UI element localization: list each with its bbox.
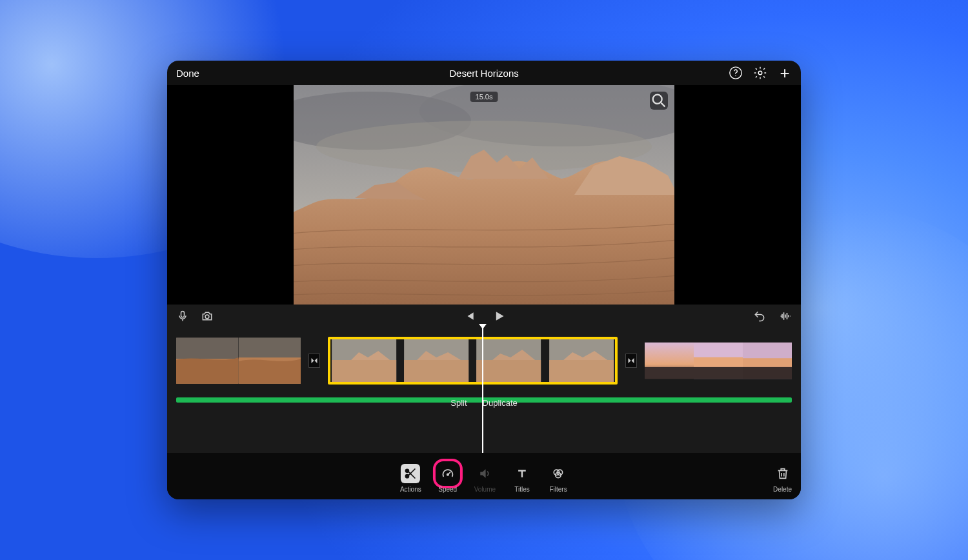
- project-title: Desert Horizons: [449, 68, 519, 79]
- svg-rect-28: [743, 358, 792, 367]
- titles-label: Titles: [514, 486, 530, 493]
- done-button[interactable]: Done: [176, 68, 199, 79]
- header-bar: Done Desert Horizons +: [167, 61, 801, 85]
- svg-point-1: [735, 75, 736, 76]
- camera-icon[interactable]: [201, 310, 214, 323]
- magnifier-icon[interactable]: [650, 92, 668, 110]
- actions-label: Actions: [400, 486, 421, 493]
- text-icon: [512, 464, 532, 483]
- svg-point-32: [447, 474, 449, 475]
- titles-tool[interactable]: Titles: [512, 464, 532, 493]
- waveform-icon[interactable]: [779, 310, 792, 323]
- speed-tool[interactable]: Speed: [438, 464, 458, 493]
- svg-rect-29: [743, 367, 792, 379]
- gear-icon[interactable]: [753, 66, 767, 80]
- trash-icon: [776, 466, 790, 483]
- delete-tool[interactable]: Delete: [773, 466, 792, 493]
- transport-bar: [167, 305, 801, 328]
- delete-label: Delete: [773, 486, 792, 493]
- play-icon[interactable]: [492, 310, 505, 323]
- volume-label: Volume: [474, 486, 496, 493]
- timeline[interactable]: Split Duplicate: [167, 328, 801, 453]
- split-button[interactable]: Split: [450, 398, 467, 408]
- filters-label: Filters: [549, 486, 567, 493]
- skip-back-icon[interactable]: [463, 310, 476, 323]
- clip-actions-menu: Split Duplicate: [450, 398, 518, 408]
- microphone-icon[interactable]: [176, 310, 189, 323]
- undo-icon[interactable]: [753, 310, 766, 323]
- timeline-clip-3[interactable]: [645, 337, 792, 385]
- svg-rect-26: [694, 367, 743, 379]
- svg-rect-19: [476, 360, 541, 385]
- imovie-app-window: Done Desert Horizons +: [167, 61, 801, 499]
- transition-icon[interactable]: [308, 354, 320, 368]
- plus-icon[interactable]: +: [778, 66, 792, 80]
- scissors-icon: [401, 464, 420, 483]
- svg-rect-21: [549, 360, 614, 385]
- speed-label: Speed: [438, 486, 457, 493]
- overlap-circles-icon: [549, 464, 568, 483]
- filters-tool[interactable]: Filters: [549, 464, 568, 493]
- duplicate-button[interactable]: Duplicate: [483, 398, 518, 408]
- transition-icon[interactable]: [625, 354, 637, 368]
- timeline-clip-2-selected[interactable]: [328, 337, 618, 385]
- actions-tool[interactable]: Actions: [400, 464, 421, 493]
- svg-rect-15: [332, 360, 396, 385]
- volume-tool: Volume: [474, 464, 496, 493]
- preview-area: 15.0s: [167, 85, 801, 305]
- speaker-icon: [475, 464, 494, 483]
- clips-row: [167, 337, 801, 385]
- svg-rect-8: [181, 312, 185, 317]
- svg-rect-17: [404, 360, 469, 385]
- timeline-clip-1[interactable]: [176, 337, 301, 385]
- help-circle-icon[interactable]: [729, 66, 743, 80]
- preview-frame[interactable]: 15.0s: [294, 85, 674, 305]
- svg-point-9: [205, 315, 209, 319]
- svg-rect-25: [694, 357, 743, 367]
- speedometer-icon: [438, 464, 458, 483]
- bottom-tool-bar: Actions Speed Volume Titles: [167, 453, 801, 499]
- svg-point-2: [758, 71, 762, 75]
- svg-rect-23: [645, 367, 694, 379]
- svg-point-7: [653, 95, 662, 104]
- clip-duration-badge: 15.0s: [470, 92, 498, 102]
